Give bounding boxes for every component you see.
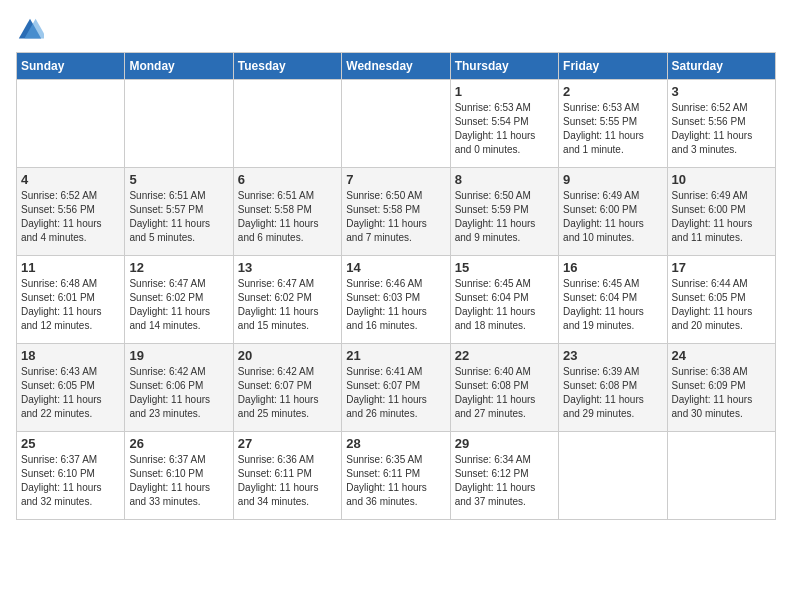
day-info: Sunrise: 6:47 AM Sunset: 6:02 PM Dayligh… [129,277,228,333]
day-info: Sunrise: 6:37 AM Sunset: 6:10 PM Dayligh… [21,453,120,509]
calendar-cell: 8Sunrise: 6:50 AM Sunset: 5:59 PM Daylig… [450,168,558,256]
day-number: 22 [455,348,554,363]
day-number: 8 [455,172,554,187]
calendar-cell: 26Sunrise: 6:37 AM Sunset: 6:10 PM Dayli… [125,432,233,520]
day-number: 21 [346,348,445,363]
day-info: Sunrise: 6:41 AM Sunset: 6:07 PM Dayligh… [346,365,445,421]
day-number: 5 [129,172,228,187]
day-info: Sunrise: 6:51 AM Sunset: 5:57 PM Dayligh… [129,189,228,245]
day-number: 2 [563,84,662,99]
day-number: 28 [346,436,445,451]
calendar-cell: 28Sunrise: 6:35 AM Sunset: 6:11 PM Dayli… [342,432,450,520]
day-info: Sunrise: 6:46 AM Sunset: 6:03 PM Dayligh… [346,277,445,333]
day-number: 6 [238,172,337,187]
day-number: 4 [21,172,120,187]
calendar-table: SundayMondayTuesdayWednesdayThursdayFrid… [16,52,776,520]
header-saturday: Saturday [667,53,775,80]
day-number: 26 [129,436,228,451]
day-number: 14 [346,260,445,275]
day-number: 12 [129,260,228,275]
day-number: 11 [21,260,120,275]
day-info: Sunrise: 6:35 AM Sunset: 6:11 PM Dayligh… [346,453,445,509]
header-monday: Monday [125,53,233,80]
day-number: 10 [672,172,771,187]
day-info: Sunrise: 6:44 AM Sunset: 6:05 PM Dayligh… [672,277,771,333]
day-number: 20 [238,348,337,363]
calendar-cell: 16Sunrise: 6:45 AM Sunset: 6:04 PM Dayli… [559,256,667,344]
calendar-cell [125,80,233,168]
calendar-cell: 25Sunrise: 6:37 AM Sunset: 6:10 PM Dayli… [17,432,125,520]
day-number: 15 [455,260,554,275]
day-info: Sunrise: 6:39 AM Sunset: 6:08 PM Dayligh… [563,365,662,421]
day-number: 29 [455,436,554,451]
calendar-cell: 1Sunrise: 6:53 AM Sunset: 5:54 PM Daylig… [450,80,558,168]
calendar-week-3: 11Sunrise: 6:48 AM Sunset: 6:01 PM Dayli… [17,256,776,344]
header-wednesday: Wednesday [342,53,450,80]
logo [16,16,48,44]
calendar-cell: 9Sunrise: 6:49 AM Sunset: 6:00 PM Daylig… [559,168,667,256]
day-number: 23 [563,348,662,363]
day-info: Sunrise: 6:38 AM Sunset: 6:09 PM Dayligh… [672,365,771,421]
day-number: 1 [455,84,554,99]
header-friday: Friday [559,53,667,80]
calendar-cell: 20Sunrise: 6:42 AM Sunset: 6:07 PM Dayli… [233,344,341,432]
calendar-week-2: 4Sunrise: 6:52 AM Sunset: 5:56 PM Daylig… [17,168,776,256]
day-info: Sunrise: 6:37 AM Sunset: 6:10 PM Dayligh… [129,453,228,509]
day-number: 19 [129,348,228,363]
calendar-cell: 15Sunrise: 6:45 AM Sunset: 6:04 PM Dayli… [450,256,558,344]
calendar-cell: 5Sunrise: 6:51 AM Sunset: 5:57 PM Daylig… [125,168,233,256]
day-info: Sunrise: 6:42 AM Sunset: 6:06 PM Dayligh… [129,365,228,421]
calendar-cell: 18Sunrise: 6:43 AM Sunset: 6:05 PM Dayli… [17,344,125,432]
calendar-cell: 14Sunrise: 6:46 AM Sunset: 6:03 PM Dayli… [342,256,450,344]
calendar-cell: 13Sunrise: 6:47 AM Sunset: 6:02 PM Dayli… [233,256,341,344]
day-number: 17 [672,260,771,275]
calendar-cell: 27Sunrise: 6:36 AM Sunset: 6:11 PM Dayli… [233,432,341,520]
calendar-week-4: 18Sunrise: 6:43 AM Sunset: 6:05 PM Dayli… [17,344,776,432]
day-number: 27 [238,436,337,451]
calendar-week-1: 1Sunrise: 6:53 AM Sunset: 5:54 PM Daylig… [17,80,776,168]
day-info: Sunrise: 6:50 AM Sunset: 5:59 PM Dayligh… [455,189,554,245]
calendar-cell: 23Sunrise: 6:39 AM Sunset: 6:08 PM Dayli… [559,344,667,432]
calendar-cell: 17Sunrise: 6:44 AM Sunset: 6:05 PM Dayli… [667,256,775,344]
calendar-cell: 3Sunrise: 6:52 AM Sunset: 5:56 PM Daylig… [667,80,775,168]
day-number: 13 [238,260,337,275]
day-info: Sunrise: 6:34 AM Sunset: 6:12 PM Dayligh… [455,453,554,509]
calendar-cell [342,80,450,168]
calendar-cell: 29Sunrise: 6:34 AM Sunset: 6:12 PM Dayli… [450,432,558,520]
day-info: Sunrise: 6:47 AM Sunset: 6:02 PM Dayligh… [238,277,337,333]
day-info: Sunrise: 6:52 AM Sunset: 5:56 PM Dayligh… [21,189,120,245]
day-info: Sunrise: 6:45 AM Sunset: 6:04 PM Dayligh… [455,277,554,333]
day-info: Sunrise: 6:49 AM Sunset: 6:00 PM Dayligh… [672,189,771,245]
day-info: Sunrise: 6:45 AM Sunset: 6:04 PM Dayligh… [563,277,662,333]
calendar-week-5: 25Sunrise: 6:37 AM Sunset: 6:10 PM Dayli… [17,432,776,520]
day-info: Sunrise: 6:40 AM Sunset: 6:08 PM Dayligh… [455,365,554,421]
calendar-cell: 10Sunrise: 6:49 AM Sunset: 6:00 PM Dayli… [667,168,775,256]
day-info: Sunrise: 6:53 AM Sunset: 5:55 PM Dayligh… [563,101,662,157]
day-number: 3 [672,84,771,99]
calendar-cell: 21Sunrise: 6:41 AM Sunset: 6:07 PM Dayli… [342,344,450,432]
calendar-cell: 7Sunrise: 6:50 AM Sunset: 5:58 PM Daylig… [342,168,450,256]
day-info: Sunrise: 6:51 AM Sunset: 5:58 PM Dayligh… [238,189,337,245]
header-thursday: Thursday [450,53,558,80]
day-info: Sunrise: 6:43 AM Sunset: 6:05 PM Dayligh… [21,365,120,421]
day-info: Sunrise: 6:36 AM Sunset: 6:11 PM Dayligh… [238,453,337,509]
logo-icon [16,16,44,44]
day-number: 16 [563,260,662,275]
calendar-header-row: SundayMondayTuesdayWednesdayThursdayFrid… [17,53,776,80]
calendar-cell: 2Sunrise: 6:53 AM Sunset: 5:55 PM Daylig… [559,80,667,168]
day-info: Sunrise: 6:53 AM Sunset: 5:54 PM Dayligh… [455,101,554,157]
day-number: 7 [346,172,445,187]
day-info: Sunrise: 6:52 AM Sunset: 5:56 PM Dayligh… [672,101,771,157]
day-number: 25 [21,436,120,451]
day-info: Sunrise: 6:42 AM Sunset: 6:07 PM Dayligh… [238,365,337,421]
day-info: Sunrise: 6:49 AM Sunset: 6:00 PM Dayligh… [563,189,662,245]
day-number: 24 [672,348,771,363]
header-tuesday: Tuesday [233,53,341,80]
calendar-cell: 24Sunrise: 6:38 AM Sunset: 6:09 PM Dayli… [667,344,775,432]
calendar-cell: 6Sunrise: 6:51 AM Sunset: 5:58 PM Daylig… [233,168,341,256]
calendar-cell: 4Sunrise: 6:52 AM Sunset: 5:56 PM Daylig… [17,168,125,256]
calendar-cell: 22Sunrise: 6:40 AM Sunset: 6:08 PM Dayli… [450,344,558,432]
calendar-cell: 11Sunrise: 6:48 AM Sunset: 6:01 PM Dayli… [17,256,125,344]
day-number: 18 [21,348,120,363]
day-info: Sunrise: 6:50 AM Sunset: 5:58 PM Dayligh… [346,189,445,245]
